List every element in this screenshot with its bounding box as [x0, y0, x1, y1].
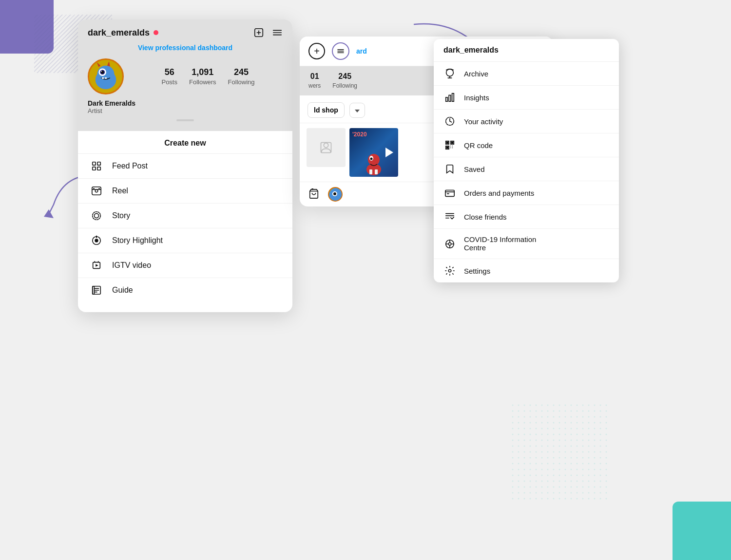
svg-rect-47	[369, 169, 372, 174]
view-dashboard-link[interactable]: View professional dashboard	[88, 44, 283, 52]
dropdown-item-archive[interactable]: Archive	[434, 62, 619, 86]
dropdown-item-covid[interactable]: COVID-19 Information Centre	[434, 229, 619, 259]
followers-label: Followers	[189, 78, 216, 86]
orders-icon	[443, 187, 456, 198]
svg-point-30	[95, 239, 98, 242]
following-count: 245	[228, 67, 255, 77]
dropdown-item-activity[interactable]: Your activity	[434, 110, 619, 133]
insights-label: Insights	[464, 93, 489, 102]
dots-pattern	[512, 404, 609, 502]
insights-icon	[443, 92, 456, 103]
shop-button[interactable]: ld shop	[308, 102, 345, 118]
dropdown-username: dark_emeralds	[434, 39, 619, 62]
svg-point-15	[101, 71, 102, 72]
reel-icon	[90, 186, 103, 196]
followers-count: 1,091	[189, 67, 216, 77]
hamburger-icon	[272, 27, 283, 38]
covid-label: COVID-19 Information Centre	[464, 235, 536, 252]
profile-header: dark_emeralds	[88, 27, 283, 38]
avatar-image	[89, 59, 122, 93]
profile-bio: Artist	[88, 107, 283, 114]
igtv-label: IGTV video	[112, 261, 151, 270]
menu-item-igtv[interactable]: IGTV video	[78, 253, 292, 278]
svg-point-28	[94, 213, 98, 218]
saved-icon	[443, 164, 456, 174]
feed-post-label: Feed Post	[112, 162, 148, 170]
svg-rect-67	[447, 147, 448, 149]
profile-section: dark_emeralds	[78, 19, 292, 131]
qr-label: QR code	[464, 141, 493, 149]
stats-partial: 01 wers 245 Following	[308, 72, 357, 90]
dropdown-item-close-friends[interactable]: Close friends	[434, 205, 619, 229]
drag-handle	[176, 119, 194, 121]
menu-dropdown: dark_emeralds Archive Insights	[434, 39, 619, 282]
posts-label: Posts	[161, 78, 177, 86]
create-new-section: Create new Feed Post	[78, 131, 292, 312]
guide-icon	[90, 285, 103, 296]
settings-label: Settings	[464, 267, 490, 275]
svg-rect-55	[449, 95, 451, 101]
profile-icons	[253, 27, 283, 38]
following-stat: 245 Following	[228, 67, 255, 86]
svg-rect-66	[452, 142, 453, 144]
user-avatar-bottom[interactable]	[328, 187, 343, 202]
close-friends-label: Close friends	[464, 213, 507, 221]
posts-count: 56	[161, 67, 177, 77]
svg-rect-18	[93, 162, 96, 165]
posts-stat: 56 Posts	[161, 67, 177, 86]
hamburger-menu-icon	[337, 47, 345, 55]
bg-teal-rect	[673, 502, 731, 560]
hamburger-menu-button[interactable]	[272, 27, 283, 38]
followers-stat: 1,091 Followers	[189, 67, 216, 86]
menu-item-feed-post[interactable]: Feed Post	[78, 154, 292, 179]
svg-rect-54	[446, 97, 448, 101]
settings-icon	[443, 265, 456, 276]
following-partial-num: 245	[338, 72, 351, 80]
saved-label: Saved	[464, 165, 485, 173]
svg-marker-2	[44, 209, 54, 218]
archive-label: Archive	[464, 70, 488, 78]
chevron-down-icon	[355, 110, 360, 112]
avatar-small	[329, 188, 343, 202]
story-highlight-icon	[90, 235, 103, 246]
year-text: '2020	[352, 131, 367, 138]
story-label: Story	[112, 211, 130, 220]
svg-rect-65	[447, 142, 448, 144]
activity-icon	[443, 116, 456, 127]
svg-point-44	[368, 154, 380, 166]
svg-rect-16	[102, 77, 104, 79]
status-dot	[154, 30, 158, 35]
dropdown-item-insights[interactable]: Insights	[434, 86, 619, 110]
menu-item-reel[interactable]: Reel	[78, 179, 292, 204]
following-partial-lbl: Following	[332, 82, 357, 89]
menu-button[interactable]	[332, 42, 349, 60]
profile-info-row: 56 Posts 1,091 Followers 245 Following	[88, 58, 283, 94]
dropdown-item-orders[interactable]: Orders and payments	[434, 181, 619, 205]
shop-dropdown-button[interactable]	[349, 103, 365, 118]
menu-item-guide[interactable]: Guide	[78, 278, 292, 302]
add-content-button[interactable]	[253, 27, 264, 38]
svg-point-75	[448, 243, 451, 245]
shopping-bag-icon	[308, 188, 319, 199]
svg-rect-17	[105, 77, 107, 79]
svg-rect-19	[97, 162, 100, 165]
add-post-button[interactable]: +	[308, 43, 325, 59]
following-label: Following	[228, 78, 255, 86]
svg-point-80	[448, 269, 451, 272]
dropdown-item-qr[interactable]: QR code	[434, 133, 619, 157]
dropdown-item-saved[interactable]: Saved	[434, 157, 619, 181]
svg-point-27	[93, 212, 101, 220]
story-highlight-label: Story Highlight	[112, 236, 163, 245]
person-icon	[319, 141, 333, 154]
dashboard-text-partial: ard	[356, 47, 367, 55]
svg-point-53	[333, 192, 336, 195]
qr-icon	[443, 140, 456, 150]
menu-item-story-highlight[interactable]: Story Highlight	[78, 228, 292, 253]
profile-display-name: Dark Emeralds	[88, 99, 283, 107]
menu-item-story[interactable]: Story	[78, 204, 292, 228]
shopping-bag-button[interactable]	[308, 188, 319, 201]
dropdown-item-settings[interactable]: Settings	[434, 259, 619, 282]
covid-icon	[443, 239, 456, 249]
svg-rect-37	[93, 286, 95, 295]
close-friends-icon	[443, 211, 456, 222]
